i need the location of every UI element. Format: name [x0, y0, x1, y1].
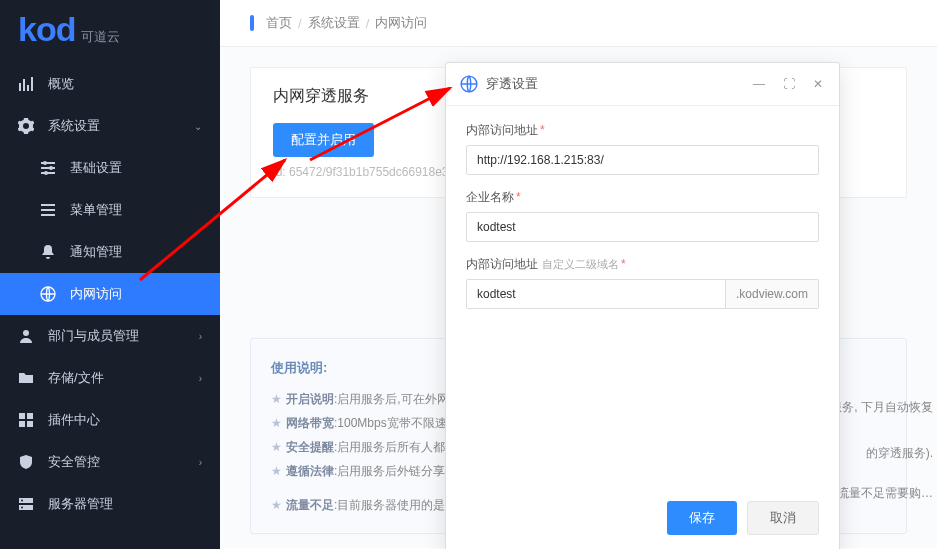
breadcrumb-settings[interactable]: 系统设置	[308, 14, 360, 32]
user-icon	[18, 328, 34, 344]
logo: kod 可道云	[0, 0, 220, 63]
url-field-label: 内部访问地址*	[466, 122, 819, 139]
chevron-right-icon: ›	[199, 373, 202, 384]
svg-rect-11	[41, 209, 55, 211]
company-name-input[interactable]	[466, 212, 819, 242]
svg-rect-0	[19, 83, 21, 91]
bell-icon	[40, 244, 56, 260]
sidebar-item-settings[interactable]: 系统设置 ⌄	[0, 105, 220, 147]
dialog-header: 穿透设置 — ⛶ ✕	[446, 63, 839, 106]
company-field-label: 企业名称*	[466, 189, 819, 206]
sidebar-item-dept-members[interactable]: 部门与成员管理 ›	[0, 315, 220, 357]
sidebar-item-label: 系统设置	[48, 117, 100, 135]
info-tail: 的穿透服务).	[866, 445, 933, 462]
logo-text: kod	[18, 10, 75, 49]
breadcrumb-sep: /	[366, 16, 370, 31]
configure-enable-button[interactable]: 配置并启用	[273, 123, 374, 157]
sidebar: kod 可道云 概览 系统设置 ⌄ 基础设置 菜单管理 通知管理 内网访问 部门…	[0, 0, 220, 549]
subdomain-input[interactable]	[466, 279, 726, 309]
save-button[interactable]: 保存	[667, 501, 737, 535]
sidebar-item-overview[interactable]: 概览	[0, 63, 220, 105]
folder-icon	[18, 370, 34, 386]
sidebar-item-label: 内网访问	[70, 285, 122, 303]
sidebar-item-label: 基础设置	[70, 159, 122, 177]
sliders-icon	[40, 160, 56, 176]
svg-rect-10	[41, 204, 55, 206]
chevron-right-icon: ›	[199, 331, 202, 342]
sidebar-item-label: 存储/文件	[48, 369, 104, 387]
breadcrumb-current: 内网访问	[375, 14, 427, 32]
sidebar-item-label: 通知管理	[70, 243, 122, 261]
svg-rect-2	[27, 85, 29, 91]
svg-point-14	[23, 330, 29, 336]
shield-icon	[18, 454, 34, 470]
tunnel-settings-dialog: 穿透设置 — ⛶ ✕ 内部访问地址* 企业名称* 内部访问地址自定义二级域名* …	[445, 62, 840, 549]
svg-rect-17	[19, 421, 25, 427]
dialog-title: 穿透设置	[486, 75, 751, 93]
svg-rect-3	[31, 77, 33, 91]
globe-icon	[460, 75, 478, 93]
svg-point-7	[43, 161, 47, 165]
svg-rect-18	[27, 421, 33, 427]
minimize-icon[interactable]: —	[751, 75, 767, 93]
sidebar-item-label: 概览	[48, 75, 74, 93]
svg-rect-1	[23, 79, 25, 91]
sidebar-item-label: 部门与成员管理	[48, 327, 139, 345]
close-icon[interactable]: ✕	[811, 75, 825, 93]
sidebar-item-storage-files[interactable]: 存储/文件 ›	[0, 357, 220, 399]
chevron-down-icon: ⌄	[194, 121, 202, 132]
breadcrumb: 首页 / 系统设置 / 内网访问	[220, 0, 937, 47]
svg-point-22	[21, 507, 23, 509]
sidebar-item-label: 插件中心	[48, 411, 100, 429]
domain-suffix: .kodview.com	[726, 279, 819, 309]
breadcrumb-home[interactable]: 首页	[266, 14, 292, 32]
svg-rect-12	[41, 214, 55, 216]
sidebar-item-label: 菜单管理	[70, 201, 122, 219]
sidebar-item-plugin-center[interactable]: 插件中心	[0, 399, 220, 441]
sidebar-item-server-manage[interactable]: 服务器管理	[0, 483, 220, 525]
chevron-right-icon: ›	[199, 457, 202, 468]
sidebar-item-security[interactable]: 安全管控 ›	[0, 441, 220, 483]
bars-icon	[18, 76, 34, 92]
breadcrumb-sep: /	[298, 16, 302, 31]
sidebar-item-basic-settings[interactable]: 基础设置	[0, 147, 220, 189]
sidebar-item-notify-manage[interactable]: 通知管理	[0, 231, 220, 273]
maximize-icon[interactable]: ⛶	[781, 75, 797, 93]
globe-icon	[40, 286, 56, 302]
cancel-button[interactable]: 取消	[747, 501, 819, 535]
svg-rect-16	[27, 413, 33, 419]
svg-point-21	[21, 500, 23, 502]
breadcrumb-bar	[250, 15, 254, 31]
sidebar-item-menu-manage[interactable]: 菜单管理	[0, 189, 220, 231]
domain-field-label: 内部访问地址自定义二级域名*	[466, 256, 819, 273]
server-icon	[18, 496, 34, 512]
sidebar-item-label: 安全管控	[48, 453, 100, 471]
gear-icon	[18, 118, 34, 134]
menu-icon	[40, 202, 56, 218]
sidebar-item-label: 服务器管理	[48, 495, 113, 513]
internal-url-input[interactable]	[466, 145, 819, 175]
dialog-footer: 保存 取消	[446, 489, 839, 549]
svg-rect-15	[19, 413, 25, 419]
sidebar-item-intranet-access[interactable]: 内网访问	[0, 273, 220, 315]
svg-point-8	[49, 166, 53, 170]
logo-subtext: 可道云	[81, 28, 120, 46]
grid-icon	[18, 412, 34, 428]
svg-point-9	[44, 171, 48, 175]
dialog-body: 内部访问地址* 企业名称* 内部访问地址自定义二级域名* .kodview.co…	[446, 106, 839, 329]
